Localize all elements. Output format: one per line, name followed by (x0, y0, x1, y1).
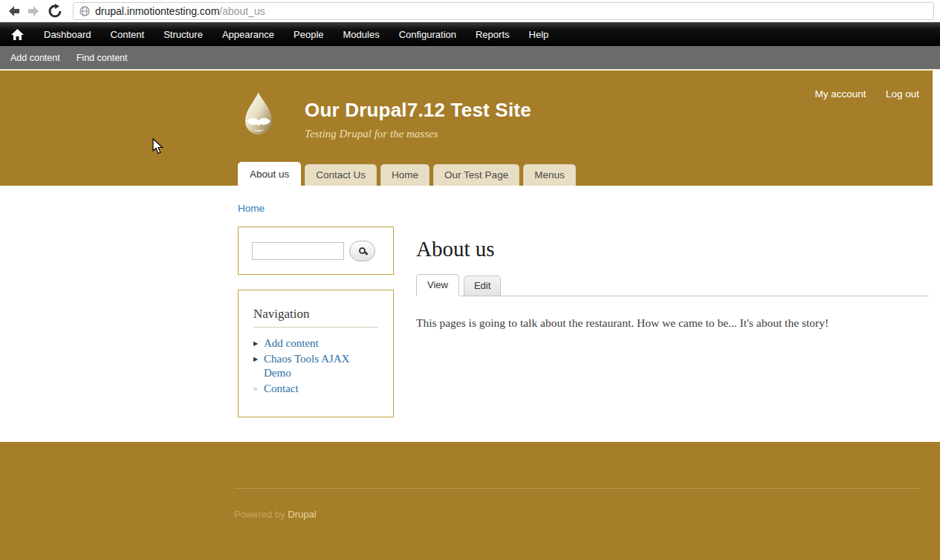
admin-menu-help[interactable]: Help (519, 25, 559, 45)
globe-icon (80, 6, 90, 16)
list-item: ▶ Add content (253, 336, 378, 351)
browser-toolbar: drupal.inmotiontesting.com/about_us (0, 0, 940, 22)
list-item: ▶ Chaos Tools AJAX Demo (253, 352, 378, 380)
admin-menu-configuration[interactable]: Configuration (389, 25, 466, 45)
shortcut-bar: Add content Find content (0, 46, 940, 69)
menu-tab-menus[interactable]: Menus (523, 164, 576, 186)
url-host: drupal.inmotiontesting.com (95, 5, 219, 17)
drupal-link[interactable]: Drupal (288, 509, 316, 520)
search-icon (359, 247, 366, 254)
shortcut-add-content[interactable]: Add content (10, 53, 60, 63)
admin-menu-content[interactable]: Content (101, 25, 155, 45)
url-path: /about_us (219, 5, 265, 17)
breadcrumb-home-link[interactable]: Home (238, 203, 265, 214)
home-icon (11, 29, 24, 40)
admin-menu-people[interactable]: People (284, 25, 333, 45)
nav-link-chaos-tools[interactable]: Chaos Tools AJAX Demo (264, 352, 359, 380)
footer: Powered by Drupal (0, 442, 940, 560)
logout-link[interactable]: Log out (886, 88, 919, 100)
footer-divider (234, 488, 919, 489)
search-input[interactable] (252, 242, 344, 260)
leaf-circle-icon: ○ (253, 382, 264, 396)
url-bar[interactable]: drupal.inmotiontesting.com/about_us (73, 2, 934, 20)
browser-refresh-button[interactable] (46, 2, 64, 20)
drupal-droplet-icon (238, 91, 279, 139)
tab-view[interactable]: View (416, 274, 459, 296)
navigation-list: ▶ Add content ▶ Chaos Tools AJAX Demo ○ … (253, 336, 378, 396)
menu-tab-contact-us[interactable]: Contact Us (305, 164, 377, 186)
nav-link-add-content[interactable]: Add content (264, 336, 319, 351)
tab-edit[interactable]: Edit (464, 276, 501, 296)
forward-arrow-icon (27, 5, 41, 17)
search-block (238, 227, 394, 275)
content-region: Home Navigation ▶ Add content ▶ Chaos To… (0, 186, 940, 442)
navigation-block: Navigation ▶ Add content ▶ Chaos Tools A… (238, 290, 394, 417)
menu-tab-home[interactable]: Home (380, 164, 430, 186)
menu-tab-about-us[interactable]: About us (238, 162, 301, 186)
page-main: About us View Edit This pages is going t… (416, 238, 929, 330)
browser-forward-button[interactable] (25, 2, 43, 20)
mouse-cursor (152, 138, 163, 154)
site-identity: Our Drupal7.12 Test Site Testing Drupal … (305, 99, 531, 140)
search-button[interactable] (349, 241, 375, 261)
admin-menu-appearance[interactable]: Appearance (213, 25, 284, 45)
collapsed-triangle-icon: ▶ (253, 352, 264, 380)
navigation-title: Navigation (253, 307, 378, 328)
user-links: My account Log out (798, 87, 919, 100)
admin-menu-dashboard[interactable]: Dashboard (34, 25, 101, 45)
main-menu: About us Contact Us Home Our Test Page M… (238, 162, 580, 186)
shortcut-find-content[interactable]: Find content (77, 53, 128, 63)
powered-by-label: Powered by (234, 509, 288, 520)
back-arrow-icon (7, 5, 20, 17)
admin-toolbar: Dashboard Content Structure Appearance P… (0, 22, 940, 46)
site-name[interactable]: Our Drupal7.12 Test Site (305, 99, 531, 122)
page-title: About us (416, 238, 929, 261)
refresh-icon (48, 4, 62, 19)
site-header: Our Drupal7.12 Test Site Testing Drupal … (0, 71, 933, 186)
list-item: ○ Contact (253, 382, 378, 396)
site-slogan: Testing Drupal for the masses (305, 128, 531, 140)
local-task-tabs: View Edit (416, 274, 929, 296)
admin-menu-modules[interactable]: Modules (334, 25, 389, 45)
admin-menu-reports[interactable]: Reports (466, 25, 519, 45)
my-account-link[interactable]: My account (814, 88, 866, 100)
collapsed-triangle-icon: ▶ (253, 336, 264, 351)
menu-tab-our-test-page[interactable]: Our Test Page (433, 164, 519, 186)
page-body-text: This pages is going to talk about the re… (416, 316, 929, 330)
nav-link-contact[interactable]: Contact (264, 382, 299, 396)
admin-home-button[interactable] (6, 25, 28, 43)
admin-menu-structure[interactable]: Structure (154, 25, 213, 45)
drupal-logo[interactable] (238, 91, 279, 142)
browser-back-button[interactable] (4, 2, 22, 20)
powered-by: Powered by Drupal (234, 509, 317, 520)
